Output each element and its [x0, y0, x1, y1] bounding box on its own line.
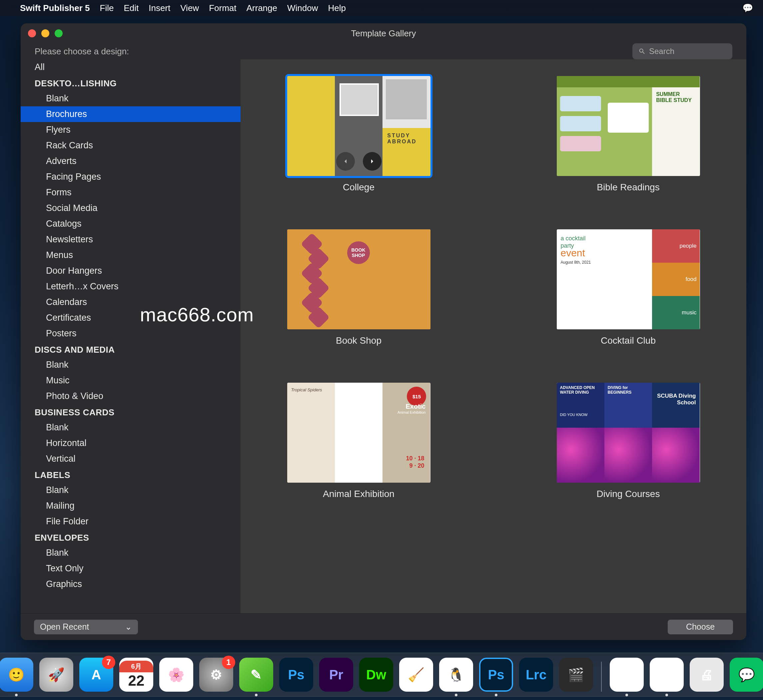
sidebar-item-social-media[interactable]: Social Media [21, 200, 240, 216]
appstore-badge: 7 [102, 656, 115, 669]
dock-chrome-icon[interactable]: ◉ [610, 658, 644, 692]
template-label: Animal Exhibition [323, 489, 395, 499]
search-icon [638, 48, 646, 55]
sidebar-item-posters[interactable]: Posters [21, 326, 240, 341]
dock-qq-icon[interactable]: 🐧 [439, 658, 473, 692]
menu-edit[interactable]: Edit [123, 3, 139, 13]
template-thumbnail[interactable]: STUDY ABROAD [287, 76, 431, 176]
dock-finder-icon[interactable]: 🙂 [0, 658, 33, 692]
template-thumbnail[interactable]: ADVANCED OPEN WATER DIVINGDID YOU KNOWDI… [557, 383, 700, 483]
dock-lightroom-icon[interactable]: Lrc [519, 658, 553, 692]
sidebar-item-text-only[interactable]: Text Only [21, 561, 240, 577]
dock-appstore-icon[interactable]: A7 [79, 658, 113, 692]
sidebar-item-mailing[interactable]: Mailing [21, 498, 240, 514]
template-animal-exhibition[interactable]: Tropical Spiders$15ExoticAnimal Exhibiti… [287, 383, 431, 499]
dock-baidu-icon[interactable]: ∞ [650, 658, 684, 692]
chevron-down-icon: ⌄ [125, 622, 132, 632]
template-label: Diving Courses [597, 489, 660, 499]
open-recent-label: Open Recent [40, 622, 89, 632]
sidebar-item-letterh-x-covers[interactable]: Letterh…x Covers [21, 279, 240, 294]
sidebar-item-photo-video[interactable]: Photo & Video [21, 388, 240, 404]
sidebar-header: BUSINESS CARDS [21, 404, 240, 420]
subheader: Please choose a design: Search [21, 43, 746, 59]
dock-photos-icon[interactable]: 🌸 [159, 658, 193, 692]
search-field[interactable]: Search [632, 43, 732, 59]
sidebar-item-forms[interactable]: Forms [21, 185, 240, 200]
sidebar-item-facing-pages[interactable]: Facing Pages [21, 169, 240, 185]
macos-menubar: Swift Publisher 5 File Edit Insert View … [0, 0, 763, 16]
sidebar-item-newsletters[interactable]: Newsletters [21, 232, 240, 247]
menu-view[interactable]: View [180, 3, 199, 13]
sidebar-item-music[interactable]: Music [21, 373, 240, 388]
open-recent-dropdown[interactable]: Open Recent ⌄ [34, 620, 138, 634]
menu-insert[interactable]: Insert [148, 3, 170, 13]
dock-dreamweaver-icon[interactable]: Dw [359, 658, 393, 692]
template-book-shop[interactable]: BOOK SHOPBook Shop [287, 229, 431, 346]
dock-separator [601, 662, 602, 692]
template-thumbnail[interactable]: BOOK SHOP [287, 229, 431, 329]
menu-file[interactable]: File [100, 3, 114, 13]
footer-bar: Open Recent ⌄ Choose [21, 613, 746, 640]
sidebar-header: DISCS AND MEDIA [21, 341, 240, 357]
sidebar-header: DESKTO…LISHING [21, 75, 240, 91]
sidebar-item-menus[interactable]: Menus [21, 247, 240, 263]
dock-photoshop2-icon[interactable]: Ps [479, 658, 513, 692]
titlebar: Template Gallery [21, 23, 746, 43]
sidebar-item-brochures[interactable]: Brochures [21, 106, 240, 122]
template-cocktail-club[interactable]: a cocktailpartyeventAugust 8th, 2021peop… [557, 229, 700, 346]
dock-wechat-icon[interactable]: 💬 [730, 658, 763, 692]
template-thumbnail[interactable]: Tropical Spiders$15ExoticAnimal Exhibiti… [287, 383, 431, 483]
category-sidebar[interactable]: AllDESKTO…LISHINGBlankBrochuresFlyersRac… [21, 59, 240, 613]
template-thumbnail[interactable]: SUMMER BIBLE STUDY [557, 76, 700, 176]
settings-badge: 1 [222, 656, 235, 669]
prev-page-button[interactable] [336, 152, 355, 171]
next-page-button[interactable] [363, 152, 382, 171]
dock-calendar-icon[interactable]: 6月22 [119, 658, 153, 692]
sidebar-item-catalogs[interactable]: Catalogs [21, 216, 240, 232]
template-label: College [343, 182, 374, 193]
sidebar-item-blank[interactable]: Blank [21, 91, 240, 106]
dock-notes-icon[interactable]: ✎ [239, 658, 273, 692]
menu-window[interactable]: Window [287, 3, 318, 13]
dock-finalcut-icon[interactable]: 🎬 [559, 658, 593, 692]
sidebar-item-file-folder[interactable]: File Folder [21, 514, 240, 529]
window-title: Template Gallery [21, 28, 746, 39]
sidebar-item-door-hangers[interactable]: Door Hangers [21, 263, 240, 279]
sidebar-item-blank[interactable]: Blank [21, 545, 240, 561]
template-diving-courses[interactable]: ADVANCED OPEN WATER DIVINGDID YOU KNOWDI… [557, 383, 700, 499]
app-name[interactable]: Swift Publisher 5 [20, 3, 90, 13]
choose-button[interactable]: Choose [668, 620, 733, 634]
sidebar-item-adverts[interactable]: Adverts [21, 153, 240, 169]
sidebar-header: LABELS [21, 467, 240, 482]
dock-launchpad-icon[interactable]: 🚀 [39, 658, 73, 692]
template-thumbnail[interactable]: a cocktailpartyeventAugust 8th, 2021peop… [557, 229, 700, 329]
dock-photoshop-icon[interactable]: Ps [279, 658, 313, 692]
dock-settings-icon[interactable]: ⚙1 [199, 658, 233, 692]
sidebar-item-flyers[interactable]: Flyers [21, 122, 240, 138]
menu-format[interactable]: Format [209, 3, 236, 13]
sidebar-item-rack-cards[interactable]: Rack Cards [21, 138, 240, 153]
dock-premiere-icon[interactable]: Pr [319, 658, 353, 692]
dock-background: 🙂 🚀 A7 6月22 🌸 ⚙1 ✎ Ps Pr Dw 🧹 🐧 Ps Lrc 🎬… [0, 653, 763, 697]
watermark-text: mac668.com [140, 303, 254, 326]
dock-cleanmymac-icon[interactable]: 🧹 [399, 658, 433, 692]
template-label: Bible Readings [597, 182, 659, 193]
sidebar-item-blank[interactable]: Blank [21, 482, 240, 498]
template-label: Book Shop [336, 335, 382, 346]
menu-arrange[interactable]: Arrange [246, 3, 277, 13]
prompt-label: Please choose a design: [35, 46, 129, 57]
wechat-menubar-icon[interactable]: 💬 [742, 3, 753, 13]
sidebar-item-graphics[interactable]: Graphics [21, 577, 240, 592]
sidebar-item-blank[interactable]: Blank [21, 420, 240, 435]
template-college[interactable]: STUDY ABROAD College [287, 76, 431, 193]
template-grid-area[interactable]: STUDY ABROAD CollegeSUMMER BIBLE STUDYBi… [240, 59, 746, 613]
template-label: Cocktail Club [601, 335, 656, 346]
sidebar-item-horizontal[interactable]: Horizontal [21, 435, 240, 451]
sidebar-item-blank[interactable]: Blank [21, 357, 240, 373]
template-bible-readings[interactable]: SUMMER BIBLE STUDYBible Readings [557, 76, 700, 193]
menu-help[interactable]: Help [328, 3, 345, 13]
sidebar-item-all[interactable]: All [21, 59, 240, 75]
dock-printer-icon[interactable]: 🖨 [690, 658, 724, 692]
search-placeholder: Search [649, 47, 674, 56]
sidebar-item-vertical[interactable]: Vertical [21, 451, 240, 467]
